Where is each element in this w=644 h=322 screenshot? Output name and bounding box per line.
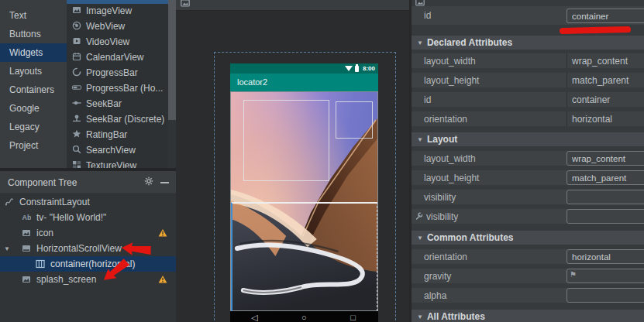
chevron-down-icon: ▼ bbox=[417, 235, 423, 242]
attr-value-input-alpha[interactable] bbox=[567, 288, 644, 303]
palette-widget-videoview[interactable]: VideoView bbox=[67, 34, 168, 50]
status-time: 8:00 bbox=[363, 65, 375, 72]
widget-label: VideoView bbox=[86, 36, 129, 47]
attr-row-layout_height[interactable]: layout_heightmatch_parent bbox=[412, 73, 644, 87]
component-tree-header: Component Tree bbox=[0, 171, 176, 194]
palette-category-list: TextButtonsWidgetsLayoutsContainersGoogl… bbox=[0, 0, 67, 168]
red-annotation-underline bbox=[560, 26, 631, 34]
canvas-toolbar bbox=[176, 0, 412, 11]
ratingbar-icon bbox=[72, 129, 81, 141]
palette-widget-calendarview[interactable]: CalendarView bbox=[67, 50, 168, 65]
chevron-down-icon: ▼ bbox=[417, 136, 423, 143]
tree-item-label: splash_screen bbox=[36, 274, 96, 285]
textview-icon: Ab bbox=[22, 213, 31, 222]
attr-row-alpha[interactable]: alpha bbox=[412, 288, 644, 303]
attr-value-input-layout_height[interactable] bbox=[567, 170, 644, 185]
attributes-panel: id ▼Declared Attributeslayout_widthwrap_… bbox=[409, 0, 644, 322]
videoview-icon bbox=[72, 36, 81, 48]
palette-category-legacy[interactable]: Legacy bbox=[0, 118, 67, 136]
palette-category-text[interactable]: Text bbox=[0, 6, 67, 25]
expander-chevron-down-icon[interactable]: ▼ bbox=[4, 245, 10, 252]
palette-widget-textureview[interactable]: TextureView bbox=[67, 158, 168, 168]
progressbar-icon bbox=[72, 67, 81, 79]
tree-item-horizontalscrollview[interactable]: ▼HorizontalScrollView bbox=[0, 241, 176, 256]
tree-item-container-horizontal[interactable]: container(horizontal) bbox=[0, 256, 176, 272]
attr-name: alpha bbox=[412, 290, 446, 301]
section-header-all-attributes[interactable]: ▼All Attributes bbox=[412, 310, 644, 322]
attr-row-id[interactable]: id bbox=[412, 6, 644, 25]
selected-container-bounds[interactable] bbox=[231, 202, 377, 311]
palette-category-project[interactable]: Project bbox=[0, 136, 67, 155]
linearlayout-horizontal-icon bbox=[36, 259, 45, 269]
view-bounds-rect-small[interactable] bbox=[336, 101, 373, 139]
attr-row-layout_height[interactable]: layout_height bbox=[412, 170, 644, 185]
searchview-icon bbox=[72, 145, 81, 156]
palette-widget-progressbar[interactable]: ProgressBar bbox=[67, 65, 168, 80]
device-nav-bar: ◁ ○ □ bbox=[230, 311, 378, 322]
id-value-input[interactable] bbox=[567, 9, 644, 23]
attr-value-input-layout_width[interactable] bbox=[567, 151, 644, 166]
device-screen-imageview[interactable] bbox=[230, 91, 378, 311]
palette-widget-seekbar[interactable]: SeekBar bbox=[67, 96, 168, 111]
section-header-declared-attributes[interactable]: ▼Declared Attributes bbox=[412, 36, 644, 50]
palette-category-widgets[interactable]: Widgets bbox=[0, 43, 67, 62]
attr-name: id bbox=[412, 94, 431, 105]
design-surface: 8:00 locator2 bbox=[176, 0, 412, 322]
attr-value-input-visibility[interactable] bbox=[567, 190, 644, 204]
tree-item-constraintlayout[interactable]: ConstraintLayout bbox=[0, 194, 176, 210]
tree-item-icon[interactable]: icon bbox=[0, 225, 176, 241]
palette-widget-progressbar-ho[interactable]: ProgressBar (Ho... bbox=[67, 80, 168, 96]
palette-category-layouts[interactable]: Layouts bbox=[0, 62, 67, 80]
attr-row-id[interactable]: idcontainer bbox=[412, 92, 644, 107]
attr-value: wrap_content bbox=[567, 56, 628, 67]
tree-item-splash-screen[interactable]: splash_screen bbox=[0, 272, 176, 287]
widget-label: SeekBar bbox=[86, 98, 122, 109]
section-header-layout[interactable]: ▼Layout bbox=[412, 132, 644, 146]
palette-widget-seekbar-discrete[interactable]: SeekBar (Discrete) bbox=[67, 111, 168, 127]
palette-widget-searchview[interactable]: SearchView bbox=[67, 142, 168, 158]
attr-name: orientation bbox=[412, 252, 467, 262]
attr-value-input-visibility[interactable] bbox=[567, 209, 644, 224]
tree-item-label: icon bbox=[36, 228, 53, 238]
attr-row-orientation[interactable]: orientationhorizontal bbox=[412, 111, 644, 126]
attr-value-input-orientation[interactable] bbox=[567, 249, 644, 264]
widget-label: TextureView bbox=[86, 160, 136, 168]
widget-list-partial-selected-row[interactable] bbox=[67, 0, 168, 4]
gear-icon[interactable] bbox=[144, 176, 153, 188]
battery-icon bbox=[355, 66, 359, 72]
palette-category-buttons[interactable]: Buttons bbox=[0, 25, 67, 43]
attr-name: visibility bbox=[412, 192, 456, 203]
attr-row-visibility[interactable]: visibility bbox=[412, 209, 644, 224]
palette-widget-webview[interactable]: WebView bbox=[67, 19, 168, 34]
palette-category-google[interactable]: Google bbox=[0, 99, 67, 118]
tree-item-tv-hello-world[interactable]: Abtv- "Hello World!" bbox=[0, 210, 176, 225]
section-header-common-attributes[interactable]: ▼Common Attributes bbox=[412, 231, 644, 245]
attr-value: match_parent bbox=[567, 75, 629, 86]
palette-scrollbar-thumb[interactable] bbox=[168, 0, 176, 120]
attr-row-gravity[interactable]: gravity⚑ bbox=[412, 269, 644, 283]
attr-row-layout_width[interactable]: layout_widthwrap_content bbox=[412, 53, 644, 68]
palette-widget-list: ImageViewWebViewVideoViewCalendarViewPro… bbox=[67, 0, 168, 168]
palette-category-containers[interactable]: Containers bbox=[0, 80, 67, 99]
canvas-toolbar-image-icon[interactable] bbox=[181, 0, 190, 10]
tree-item-label: container(horizontal) bbox=[50, 259, 135, 269]
nav-home-icon: ○ bbox=[301, 311, 307, 322]
attr-row-layout_width[interactable]: layout_width bbox=[412, 151, 644, 166]
palette-scrollbar[interactable] bbox=[168, 0, 176, 168]
attr-row-visibility[interactable]: visibility bbox=[412, 190, 644, 204]
minimize-icon[interactable] bbox=[160, 182, 169, 183]
attr-row-orientation[interactable]: orientation bbox=[412, 249, 644, 264]
palette-widget-imageview[interactable]: ImageView bbox=[67, 3, 168, 19]
attr-name: layout_height bbox=[412, 173, 479, 183]
wifi-icon bbox=[345, 66, 353, 71]
attr-value: horizontal bbox=[567, 114, 612, 125]
widget-label: SeekBar (Discrete) bbox=[86, 114, 164, 125]
attr-value-input-gravity[interactable] bbox=[567, 269, 644, 283]
imageview-icon bbox=[22, 228, 31, 238]
tree-item-label: HorizontalScrollView bbox=[36, 243, 122, 254]
tree-item-label: tv- "Hello World!" bbox=[36, 212, 106, 223]
view-bounds-rect-large[interactable] bbox=[243, 100, 329, 181]
attr-name: id bbox=[412, 10, 431, 21]
palette-widget-ratingbar[interactable]: RatingBar bbox=[67, 127, 168, 142]
progressbar-horizontal-icon bbox=[72, 83, 81, 94]
